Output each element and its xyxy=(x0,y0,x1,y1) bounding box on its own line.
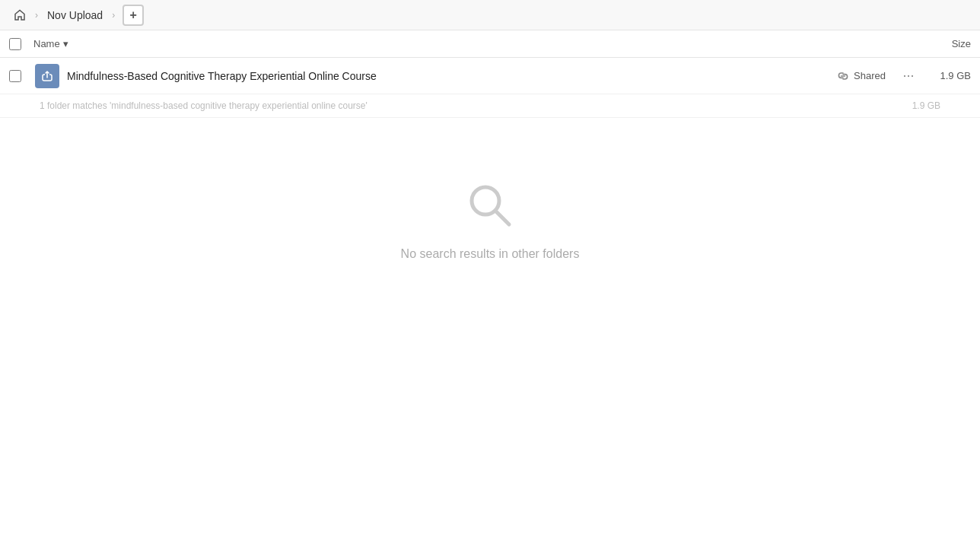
name-column-header[interactable]: Name ▾ xyxy=(33,38,910,49)
sort-icon: ▾ xyxy=(63,38,68,49)
more-options-button[interactable]: ··· xyxy=(898,65,919,87)
file-size-label: 1.9 GB xyxy=(925,70,971,81)
no-results-label: No search results in other folders xyxy=(401,247,580,261)
file-row-checkbox[interactable] xyxy=(9,70,21,82)
shared-link-icon xyxy=(837,70,849,82)
shared-label: Shared xyxy=(854,70,886,81)
file-shared-area: Shared xyxy=(794,70,886,82)
add-button[interactable]: + xyxy=(123,5,144,26)
no-results-search-icon xyxy=(463,179,517,232)
file-icon-wrapper xyxy=(33,62,61,90)
home-button[interactable] xyxy=(9,5,30,26)
file-name-label: Mindfulness-Based Cognitive Therapy Expe… xyxy=(67,70,794,82)
size-column-header[interactable]: Size xyxy=(910,38,971,49)
svg-line-2 xyxy=(495,211,509,224)
more-options-icon: ··· xyxy=(902,68,914,84)
file-row[interactable]: Mindfulness-Based Cognitive Therapy Expe… xyxy=(0,58,980,94)
file-row-checkbox-col[interactable] xyxy=(9,70,33,82)
match-info-size: 1.9 GB xyxy=(895,100,940,111)
file-type-icon xyxy=(35,64,59,88)
select-all-checkbox[interactable] xyxy=(9,38,21,50)
breadcrumb-separator-2: › xyxy=(112,10,115,21)
select-all-checkbox-col[interactable] xyxy=(9,38,33,50)
breadcrumb-separator: › xyxy=(35,10,38,21)
breadcrumb-nav-item[interactable]: Nov Upload xyxy=(43,8,107,23)
empty-state-area: No search results in other folders xyxy=(0,118,980,291)
match-info-text: 1 folder matches 'mindfulness-based cogn… xyxy=(40,100,895,111)
link-folder-icon xyxy=(40,69,54,83)
breadcrumb-bar: › Nov Upload › + xyxy=(0,0,980,30)
column-header-row: Name ▾ Size xyxy=(0,30,980,58)
name-column-label: Name xyxy=(33,38,60,49)
match-info-row: 1 folder matches 'mindfulness-based cogn… xyxy=(0,94,980,118)
